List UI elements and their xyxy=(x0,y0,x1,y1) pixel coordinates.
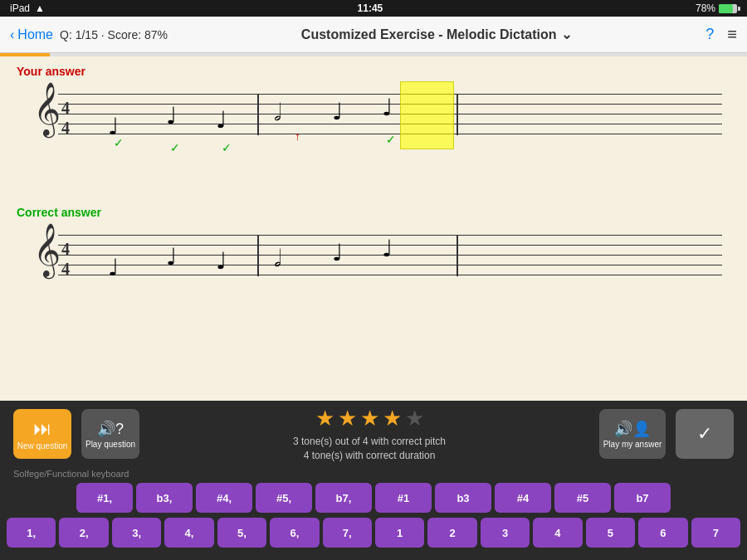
key-5-comma[interactable]: 5, xyxy=(217,518,266,548)
barline-2-your xyxy=(456,94,458,135)
score-center: ★ ★ ★ ★ ★ 3 tone(s) out of 4 with correc… xyxy=(149,406,589,463)
your-answer-staff: 𝄞 44 ♩ ♩ ♩ 𝅗𝅥 ♩ ♩ ✓ ✓ xyxy=(17,81,730,164)
check-3: ✓ xyxy=(222,141,232,154)
time-sig-correct: 44 xyxy=(61,239,70,279)
play-question-button[interactable]: 🔊? Play question xyxy=(81,409,139,459)
correct-staff-line-4 xyxy=(58,265,722,265)
key-3-comma[interactable]: 3, xyxy=(112,518,161,548)
keyboard-label: Solfege/Functional keyboard xyxy=(0,467,747,480)
score-text-line2: 4 tone(s) with correct duration xyxy=(304,449,436,463)
key-sharp5[interactable]: #5 xyxy=(554,483,611,513)
time-sig-your: 44 xyxy=(61,98,70,138)
star-5: ★ xyxy=(405,406,424,431)
key-4[interactable]: 4 xyxy=(533,518,582,548)
note-5-your: ♩ xyxy=(332,98,343,125)
key-2[interactable]: 2 xyxy=(427,518,476,548)
check-wrong: ↑ xyxy=(295,129,300,143)
star-4: ★ xyxy=(383,406,402,431)
back-label: Home xyxy=(17,27,53,42)
key-6[interactable]: 6 xyxy=(638,518,687,548)
score-text-line1: 3 tone(s) out of 4 with correct pitch xyxy=(293,435,446,449)
dropdown-icon[interactable]: ⌄ xyxy=(561,27,572,42)
key-1[interactable]: 1 xyxy=(375,518,424,548)
note-5-correct: ♩ xyxy=(332,239,343,266)
sheet-area: Your answer 𝄞 44 ♩ ♩ ♩ 𝅗𝅥 ♩ ♩ xyxy=(0,56,747,401)
treble-clef-correct: 𝄞 xyxy=(33,226,61,273)
staff-lines-correct: 𝄞 44 ♩ ♩ ♩ 𝅗𝅥 ♩ ♩ xyxy=(25,222,722,289)
play-question-label: Play question xyxy=(85,440,135,449)
speaker-person-icon: 🔊👤 xyxy=(614,420,651,438)
key-6-comma[interactable]: 6, xyxy=(270,518,319,548)
evaluate-answer-button[interactable]: ✓ xyxy=(676,409,734,459)
question-score: Q: 1/15 · Score: 87% xyxy=(60,28,168,41)
correct-answer-staff: 𝄞 44 ♩ ♩ ♩ 𝅗𝅥 ♩ ♩ xyxy=(17,222,730,305)
note-1-correct: ♩ xyxy=(108,254,119,281)
play-my-answer-label: Play my answer xyxy=(603,440,662,449)
key-5[interactable]: 5 xyxy=(586,518,635,548)
note-2-your: ♩ xyxy=(166,102,177,129)
check-2: ✓ xyxy=(170,141,180,154)
nav-title: Customized Exercise - Melodic Dictation … xyxy=(168,27,706,42)
status-bar: iPad ▲ 11:45 78% xyxy=(0,0,747,17)
key-4-comma[interactable]: 4, xyxy=(164,518,213,548)
status-left: iPad ▲ xyxy=(10,2,45,14)
new-question-button[interactable]: ⏭ New question xyxy=(13,409,71,459)
device-label: iPad xyxy=(10,2,30,14)
speaker-question-icon: 🔊? xyxy=(97,420,124,438)
play-my-answer-button[interactable]: 🔊👤 Play my answer xyxy=(599,409,666,459)
key-b7[interactable]: b7 xyxy=(614,483,671,513)
key-sharp4[interactable]: #4 xyxy=(495,483,551,513)
correct-answer-label: Correct answer xyxy=(17,206,730,219)
star-2: ★ xyxy=(338,406,357,431)
note-2-correct: ♩ xyxy=(166,243,177,270)
check-1: ✓ xyxy=(114,136,124,149)
key-sharp5-comma[interactable]: #5, xyxy=(256,483,312,513)
controls-row: ⏭ New question 🔊? Play question ★ ★ ★ ★ … xyxy=(0,401,747,467)
skip-icon: ⏭ xyxy=(33,418,51,440)
staff-line-4 xyxy=(58,124,722,124)
key-b7-comma[interactable]: b7, xyxy=(315,483,372,513)
key-sharp4-comma[interactable]: #4, xyxy=(196,483,252,513)
barline-1-correct xyxy=(257,235,259,276)
key-b3[interactable]: b3 xyxy=(435,483,491,513)
key-2-comma[interactable]: 2, xyxy=(59,518,108,548)
menu-button[interactable]: ≡ xyxy=(727,25,737,44)
new-question-label: New question xyxy=(17,441,68,450)
staff-lines-your: 𝄞 44 ♩ ♩ ♩ 𝅗𝅥 ♩ ♩ ✓ ✓ xyxy=(25,81,722,148)
back-chevron-icon: ‹ xyxy=(10,27,14,42)
your-answer-label: Your answer xyxy=(17,65,730,78)
status-right: 78% xyxy=(696,2,737,14)
key-sharp1-comma[interactable]: #1, xyxy=(76,483,133,513)
wifi-icon: ▲ xyxy=(35,2,45,14)
barline-2-correct xyxy=(456,235,458,276)
help-button[interactable]: ? xyxy=(706,26,714,43)
note-3-correct: ♩ xyxy=(216,247,227,275)
highlight-box xyxy=(400,81,454,149)
battery-icon xyxy=(719,4,737,13)
note-6-your: ♩ xyxy=(382,94,393,121)
bottom-controls: ⏭ New question 🔊? Play question ★ ★ ★ ★ … xyxy=(0,401,747,560)
star-3: ★ xyxy=(360,406,379,431)
stars-row: ★ ★ ★ ★ ★ xyxy=(315,406,424,431)
treble-clef-your: 𝄞 xyxy=(33,85,61,132)
key-b3-comma[interactable]: b3, xyxy=(136,483,193,513)
nav-bar: ‹ Home Q: 1/15 · Score: 87% Customized E… xyxy=(0,17,747,53)
correct-staff-line-5 xyxy=(58,275,722,275)
check-4: ✓ xyxy=(386,133,396,146)
check-icon: ✓ xyxy=(697,423,712,445)
barline-1-your xyxy=(257,94,259,135)
natural-row: 1, 2, 3, 4, 5, 6, 7, 1 2 3 4 5 6 7 xyxy=(0,515,747,550)
key-1-comma[interactable]: 1, xyxy=(7,518,56,548)
star-1: ★ xyxy=(315,406,334,431)
back-button[interactable]: ‹ Home xyxy=(10,27,53,42)
key-3[interactable]: 3 xyxy=(481,518,530,548)
sharp-row: #1, b3, #4, #5, b7, #1 b3 #4 #5 b7 xyxy=(0,480,747,515)
key-7[interactable]: 7 xyxy=(691,518,740,548)
note-3-your: ♩ xyxy=(216,106,227,134)
key-7-comma[interactable]: 7, xyxy=(323,518,372,548)
nav-actions: ? ≡ xyxy=(706,25,737,44)
status-time: 11:45 xyxy=(358,2,383,14)
note-6-correct: ♩ xyxy=(382,235,393,262)
battery-percent: 78% xyxy=(696,2,715,14)
key-sharp1[interactable]: #1 xyxy=(375,483,432,513)
